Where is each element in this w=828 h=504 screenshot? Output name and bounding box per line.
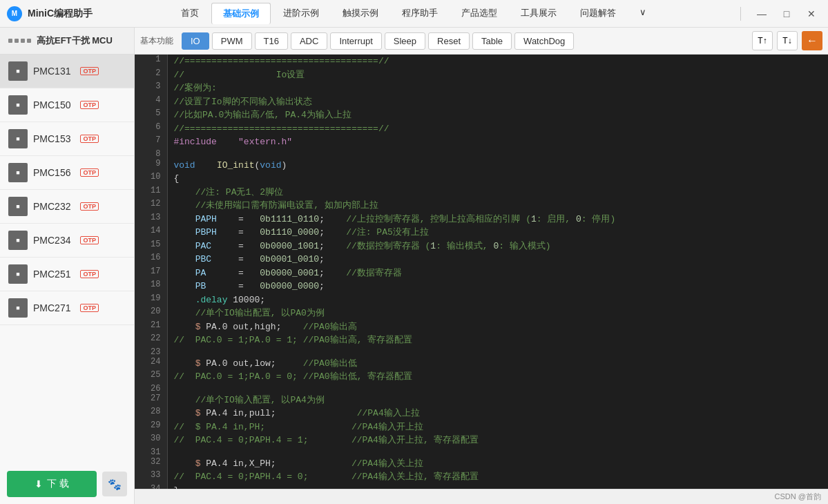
line-content: // $ PA.4 in,PH; //PA4输入开上拉 bbox=[168, 420, 828, 434]
sidebar-badge-pmc271: OTP bbox=[80, 304, 99, 312]
sidebar-bottom: ⬇ 下 载 🐾 bbox=[0, 464, 134, 504]
line-content: // Io设置 bbox=[168, 68, 828, 82]
nav-item-faq[interactable]: 问题解答 bbox=[569, 3, 627, 24]
nav-item-touch[interactable]: 触摸示例 bbox=[331, 3, 389, 24]
nav-menu: 首页 基础示例 进阶示例 触摸示例 程序助手 产品选型 工具展示 问题解答 ∨ bbox=[93, 3, 735, 24]
tab-table[interactable]: Table bbox=[472, 32, 512, 50]
line-number: 12 bbox=[135, 199, 168, 213]
chip-icon-pmc131: ■ bbox=[8, 61, 28, 81]
nav-item-basic[interactable]: 基础示例 bbox=[211, 3, 271, 24]
table-row: 2// Io设置 bbox=[135, 68, 828, 82]
icon-dot-2 bbox=[15, 39, 19, 43]
tab-pwm[interactable]: PWM bbox=[212, 32, 252, 50]
nav-item-home[interactable]: 首页 bbox=[170, 3, 210, 24]
sidebar-item-pmc271[interactable]: ■ PMC271 OTP bbox=[0, 291, 134, 325]
tab-io[interactable]: IO bbox=[182, 32, 209, 50]
table-row: 25// PAC.0 = 1;PA.0 = 0; //PA0输出低, 寄存器配置 bbox=[135, 370, 828, 384]
sidebar-header-icon bbox=[8, 39, 31, 43]
font-size-down-button[interactable]: T↓ bbox=[777, 31, 798, 50]
line-content: PAC = 0b0000_1001; //数据控制寄存器 (1: 输出模式, 0… bbox=[168, 240, 828, 253]
sidebar-item-pmc251[interactable]: ■ PMC251 OTP bbox=[0, 258, 134, 291]
line-number: 1 bbox=[135, 55, 168, 68]
line-number: 17 bbox=[135, 266, 168, 280]
line-content: .delay 10000; bbox=[168, 293, 828, 307]
sidebar-item-pmc232[interactable]: ■ PMC232 OTP bbox=[0, 190, 134, 224]
titlebar-divider bbox=[740, 7, 741, 21]
titlebar-right: — □ ✕ bbox=[735, 6, 821, 21]
table-row: 1//====================================/… bbox=[135, 55, 828, 68]
sidebar-label-pmc271: PMC271 bbox=[33, 302, 70, 313]
chip-icon-pmc251: ■ bbox=[8, 264, 28, 284]
table-row: 8 bbox=[135, 149, 828, 159]
icon-dot-1 bbox=[8, 39, 12, 43]
nav-item-tools[interactable]: 工具展示 bbox=[510, 3, 568, 24]
sidebar-header-title: 高抗EFT干扰 MCU bbox=[37, 35, 113, 47]
sidebar-item-pmc156[interactable]: ■ PMC156 OTP bbox=[0, 156, 134, 190]
sidebar-item-pmc131[interactable]: ■ PMC131 OTP bbox=[0, 55, 134, 88]
nav-item-products[interactable]: 产品选型 bbox=[450, 3, 508, 24]
font-size-up-button[interactable]: T↑ bbox=[752, 31, 773, 50]
tab-t16[interactable]: T16 bbox=[255, 32, 288, 50]
line-content: PA = 0b0000_0001; //数据寄存器 bbox=[168, 266, 828, 280]
table-row: 17 PA = 0b0000_0001; //数据寄存器 bbox=[135, 266, 828, 280]
sidebar-label-pmc232: PMC232 bbox=[33, 201, 70, 212]
sidebar-badge-pmc234: OTP bbox=[80, 236, 99, 244]
line-content: $ PA.0 out,high; //PA0输出高 bbox=[168, 320, 828, 334]
sidebar-item-pmc234[interactable]: ■ PMC234 OTP bbox=[0, 224, 134, 258]
table-row: 26 bbox=[135, 384, 828, 394]
nav-item-assistant[interactable]: 程序助手 bbox=[391, 3, 449, 24]
sidebar-label-pmc131: PMC131 bbox=[33, 66, 70, 77]
tab-interrupt[interactable]: Interrupt bbox=[330, 32, 381, 50]
line-content: PB = 0b0000_0000; bbox=[168, 280, 828, 293]
tab-sleep[interactable]: Sleep bbox=[385, 32, 425, 50]
icon-dot-4 bbox=[27, 39, 31, 43]
line-content: // PAC.4 = 0;PAPH.4 = 0; //PA4输入关上拉, 寄存器… bbox=[168, 470, 828, 484]
line-number: 29 bbox=[135, 420, 168, 434]
download-icon: ⬇ bbox=[35, 478, 43, 490]
table-row: 34} bbox=[135, 484, 828, 490]
statusbar-text: CSDN @首韵 bbox=[775, 492, 821, 502]
line-number: 18 bbox=[135, 280, 168, 293]
line-number: 24 bbox=[135, 357, 168, 371]
sidebar-label-pmc156: PMC156 bbox=[33, 167, 70, 178]
tab-reset[interactable]: Reset bbox=[428, 32, 470, 50]
line-content: //单个IO输入配置, 以PA4为例 bbox=[168, 394, 828, 407]
line-number: 25 bbox=[135, 370, 168, 384]
line-content: //未使用端口需有防漏电设置, 如加内部上拉 bbox=[168, 199, 828, 213]
line-content bbox=[168, 384, 828, 394]
tab-adc[interactable]: ADC bbox=[291, 32, 327, 50]
sidebar-item-pmc150[interactable]: ■ PMC150 OTP bbox=[0, 88, 134, 122]
sidebar-label-pmc251: PMC251 bbox=[33, 269, 70, 280]
line-number: 31 bbox=[135, 447, 168, 457]
table-row: 28 $ PA.4 in,pull; //PA4输入上拉 bbox=[135, 407, 828, 420]
nav-more-button[interactable]: ∨ bbox=[628, 3, 657, 24]
code-editor[interactable]: 1//====================================/… bbox=[135, 55, 828, 489]
line-number: 7 bbox=[135, 135, 168, 149]
line-content bbox=[168, 447, 828, 457]
sidebar-item-pmc153[interactable]: ■ PMC153 OTP bbox=[0, 122, 134, 156]
download-extra-icon: 🐾 bbox=[108, 478, 122, 491]
close-button[interactable]: ✕ bbox=[802, 6, 821, 21]
line-number: 30 bbox=[135, 434, 168, 447]
chip-icon-pmc232: ■ bbox=[8, 197, 28, 216]
line-number: 5 bbox=[135, 108, 168, 122]
line-content: } bbox=[168, 484, 828, 490]
table-row: 10{ bbox=[135, 172, 828, 186]
line-number: 16 bbox=[135, 253, 168, 266]
nav-item-advanced[interactable]: 进阶示例 bbox=[272, 3, 330, 24]
table-row: 22// PAC.0 = 1;PA.0 = 1; //PA0输出高, 寄存器配置 bbox=[135, 333, 828, 347]
download-button[interactable]: ⬇ 下 载 bbox=[7, 471, 97, 497]
table-row: 29// $ PA.4 in,PH; //PA4输入开上拉 bbox=[135, 420, 828, 434]
download-extra-button[interactable]: 🐾 bbox=[102, 472, 127, 496]
line-content bbox=[168, 347, 828, 357]
line-content: //案例为: bbox=[168, 81, 828, 95]
maximize-button[interactable]: □ bbox=[777, 6, 796, 21]
minimize-button[interactable]: — bbox=[752, 6, 771, 21]
line-content: // PAC.4 = 0;PAPH.4 = 1; //PA4输入开上拉, 寄存器… bbox=[168, 434, 828, 447]
tab-watchdog[interactable]: WatchDog bbox=[514, 32, 574, 50]
statusbar: CSDN @首韵 bbox=[135, 489, 828, 504]
line-content: $ PA.0 out,low; //PA0输出低 bbox=[168, 357, 828, 371]
chip-icon-pmc234: ■ bbox=[8, 231, 28, 250]
back-button[interactable]: ← bbox=[802, 31, 822, 50]
line-content: //====================================// bbox=[168, 122, 828, 136]
